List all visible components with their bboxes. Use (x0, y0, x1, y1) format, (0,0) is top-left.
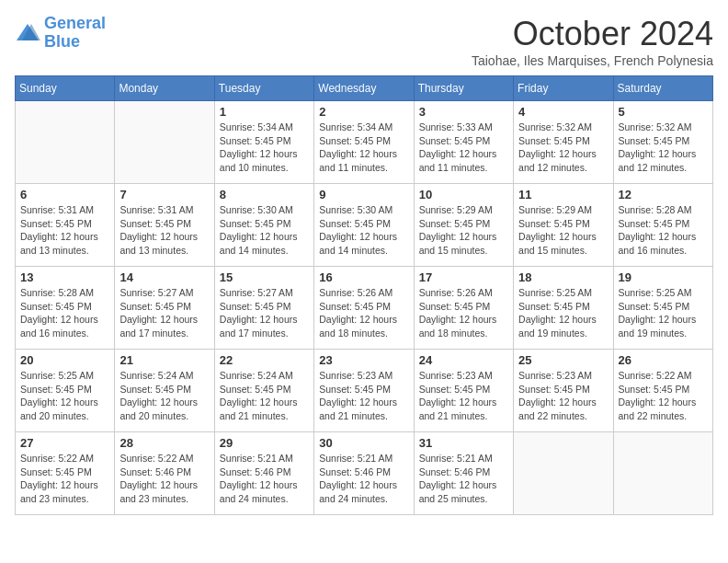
day-number: 18 (518, 270, 608, 284)
day-info: Sunrise: 5:25 AM Sunset: 5:45 PM Dayligh… (20, 369, 109, 423)
day-number: 20 (20, 353, 109, 367)
day-number: 29 (220, 436, 309, 450)
page-header: General Blue October 2024 Taiohae, Iles … (15, 15, 713, 68)
day-number: 8 (220, 188, 309, 201)
day-number: 27 (20, 436, 109, 450)
day-number: 17 (419, 270, 508, 284)
calendar-cell: 13Sunrise: 5:28 AM Sunset: 5:45 PM Dayli… (16, 267, 115, 350)
logo-text: General Blue (44, 15, 106, 52)
weekday-header: Monday (115, 76, 214, 101)
day-info: Sunrise: 5:22 AM Sunset: 5:45 PM Dayligh… (20, 452, 109, 506)
day-info: Sunrise: 5:27 AM Sunset: 5:45 PM Dayligh… (119, 286, 209, 340)
logo-icon (15, 20, 40, 46)
calendar-cell: 21Sunrise: 5:24 AM Sunset: 5:45 PM Dayli… (115, 350, 214, 432)
calendar-cell: 18Sunrise: 5:25 AM Sunset: 5:45 PM Dayli… (514, 267, 613, 350)
weekday-header: Tuesday (214, 76, 313, 101)
calendar-cell: 7Sunrise: 5:31 AM Sunset: 5:45 PM Daylig… (115, 184, 214, 267)
day-info: Sunrise: 5:22 AM Sunset: 5:45 PM Dayligh… (619, 369, 708, 423)
day-number: 25 (518, 353, 608, 367)
calendar-week-row: 1Sunrise: 5:34 AM Sunset: 5:45 PM Daylig… (16, 101, 713, 184)
calendar-cell: 26Sunrise: 5:22 AM Sunset: 5:45 PM Dayli… (613, 350, 712, 432)
calendar-cell: 9Sunrise: 5:30 AM Sunset: 5:45 PM Daylig… (314, 184, 414, 267)
day-info: Sunrise: 5:31 AM Sunset: 5:45 PM Dayligh… (119, 203, 209, 258)
calendar-cell: 16Sunrise: 5:26 AM Sunset: 5:45 PM Dayli… (314, 267, 414, 350)
day-number: 16 (319, 270, 408, 284)
day-info: Sunrise: 5:21 AM Sunset: 5:46 PM Dayligh… (319, 452, 408, 506)
calendar-cell: 31Sunrise: 5:21 AM Sunset: 5:46 PM Dayli… (414, 432, 513, 515)
calendar-cell: 17Sunrise: 5:26 AM Sunset: 5:45 PM Dayli… (414, 267, 513, 350)
calendar-cell (514, 432, 613, 515)
day-number: 4 (518, 105, 608, 119)
calendar-cell: 1Sunrise: 5:34 AM Sunset: 5:45 PM Daylig… (214, 101, 313, 184)
calendar-cell: 11Sunrise: 5:29 AM Sunset: 5:45 PM Dayli… (514, 184, 613, 267)
day-number: 13 (20, 270, 109, 284)
day-number: 15 (220, 270, 309, 284)
day-number: 30 (319, 436, 408, 450)
logo: General Blue (15, 15, 106, 52)
day-info: Sunrise: 5:24 AM Sunset: 5:45 PM Dayligh… (220, 369, 309, 423)
day-info: Sunrise: 5:27 AM Sunset: 5:45 PM Dayligh… (220, 286, 309, 340)
calendar-cell: 24Sunrise: 5:23 AM Sunset: 5:45 PM Dayli… (414, 350, 513, 432)
weekday-header: Friday (514, 76, 613, 101)
location-subtitle: Taiohae, Iles Marquises, French Polynesi… (472, 53, 713, 68)
day-info: Sunrise: 5:29 AM Sunset: 5:45 PM Dayligh… (518, 203, 608, 258)
day-info: Sunrise: 5:30 AM Sunset: 5:45 PM Dayligh… (319, 203, 408, 258)
calendar-cell: 19Sunrise: 5:25 AM Sunset: 5:45 PM Dayli… (613, 267, 712, 350)
calendar-cell: 29Sunrise: 5:21 AM Sunset: 5:46 PM Dayli… (214, 432, 313, 515)
day-info: Sunrise: 5:28 AM Sunset: 5:45 PM Dayligh… (619, 203, 708, 258)
day-number: 2 (319, 105, 408, 119)
calendar-cell (613, 432, 712, 515)
day-number: 11 (518, 188, 608, 201)
day-info: Sunrise: 5:34 AM Sunset: 5:45 PM Dayligh… (319, 121, 408, 175)
calendar-week-row: 27Sunrise: 5:22 AM Sunset: 5:45 PM Dayli… (16, 432, 713, 515)
calendar-cell: 20Sunrise: 5:25 AM Sunset: 5:45 PM Dayli… (16, 350, 115, 432)
calendar-cell: 6Sunrise: 5:31 AM Sunset: 5:45 PM Daylig… (16, 184, 115, 267)
calendar-cell: 27Sunrise: 5:22 AM Sunset: 5:45 PM Dayli… (16, 432, 115, 515)
weekday-header: Saturday (613, 76, 712, 101)
calendar-cell: 12Sunrise: 5:28 AM Sunset: 5:45 PM Dayli… (613, 184, 712, 267)
day-number: 9 (319, 188, 408, 201)
calendar-cell: 30Sunrise: 5:21 AM Sunset: 5:46 PM Dayli… (314, 432, 414, 515)
day-number: 1 (220, 105, 309, 119)
calendar-table: SundayMondayTuesdayWednesdayThursdayFrid… (15, 75, 713, 515)
day-info: Sunrise: 5:25 AM Sunset: 5:45 PM Dayligh… (518, 286, 608, 340)
calendar-cell (16, 101, 115, 184)
calendar-cell: 5Sunrise: 5:32 AM Sunset: 5:45 PM Daylig… (613, 101, 712, 184)
day-number: 10 (419, 188, 508, 201)
day-number: 31 (419, 436, 508, 450)
day-info: Sunrise: 5:26 AM Sunset: 5:45 PM Dayligh… (319, 286, 408, 340)
day-number: 28 (119, 436, 209, 450)
day-info: Sunrise: 5:24 AM Sunset: 5:45 PM Dayligh… (119, 369, 209, 423)
calendar-cell: 2Sunrise: 5:34 AM Sunset: 5:45 PM Daylig… (314, 101, 414, 184)
day-info: Sunrise: 5:21 AM Sunset: 5:46 PM Dayligh… (220, 452, 309, 506)
calendar-cell: 25Sunrise: 5:23 AM Sunset: 5:45 PM Dayli… (514, 350, 613, 432)
day-info: Sunrise: 5:26 AM Sunset: 5:45 PM Dayligh… (419, 286, 508, 340)
calendar-week-row: 20Sunrise: 5:25 AM Sunset: 5:45 PM Dayli… (16, 350, 713, 432)
day-info: Sunrise: 5:23 AM Sunset: 5:45 PM Dayligh… (518, 369, 608, 423)
calendar-cell: 3Sunrise: 5:33 AM Sunset: 5:45 PM Daylig… (414, 101, 513, 184)
day-info: Sunrise: 5:23 AM Sunset: 5:45 PM Dayligh… (419, 369, 508, 423)
day-number: 22 (220, 353, 309, 367)
day-info: Sunrise: 5:34 AM Sunset: 5:45 PM Dayligh… (220, 121, 309, 175)
calendar-cell: 15Sunrise: 5:27 AM Sunset: 5:45 PM Dayli… (214, 267, 313, 350)
calendar-cell: 22Sunrise: 5:24 AM Sunset: 5:45 PM Dayli… (214, 350, 313, 432)
calendar-cell: 8Sunrise: 5:30 AM Sunset: 5:45 PM Daylig… (214, 184, 313, 267)
day-number: 19 (619, 270, 708, 284)
day-info: Sunrise: 5:30 AM Sunset: 5:45 PM Dayligh… (220, 203, 309, 258)
day-number: 7 (119, 188, 209, 201)
day-info: Sunrise: 5:32 AM Sunset: 5:45 PM Dayligh… (518, 121, 608, 175)
day-info: Sunrise: 5:31 AM Sunset: 5:45 PM Dayligh… (20, 203, 109, 258)
weekday-header: Wednesday (314, 76, 414, 101)
day-info: Sunrise: 5:22 AM Sunset: 5:46 PM Dayligh… (119, 452, 209, 506)
calendar-cell: 28Sunrise: 5:22 AM Sunset: 5:46 PM Dayli… (115, 432, 214, 515)
month-title: October 2024 (472, 15, 713, 53)
day-info: Sunrise: 5:32 AM Sunset: 5:45 PM Dayligh… (619, 121, 708, 175)
day-number: 23 (319, 353, 408, 367)
day-number: 12 (619, 188, 708, 201)
title-block: October 2024 Taiohae, Iles Marquises, Fr… (472, 15, 713, 68)
day-number: 6 (20, 188, 109, 201)
day-number: 26 (619, 353, 708, 367)
calendar-cell: 23Sunrise: 5:23 AM Sunset: 5:45 PM Dayli… (314, 350, 414, 432)
day-info: Sunrise: 5:33 AM Sunset: 5:45 PM Dayligh… (419, 121, 508, 175)
calendar-week-row: 6Sunrise: 5:31 AM Sunset: 5:45 PM Daylig… (16, 184, 713, 267)
